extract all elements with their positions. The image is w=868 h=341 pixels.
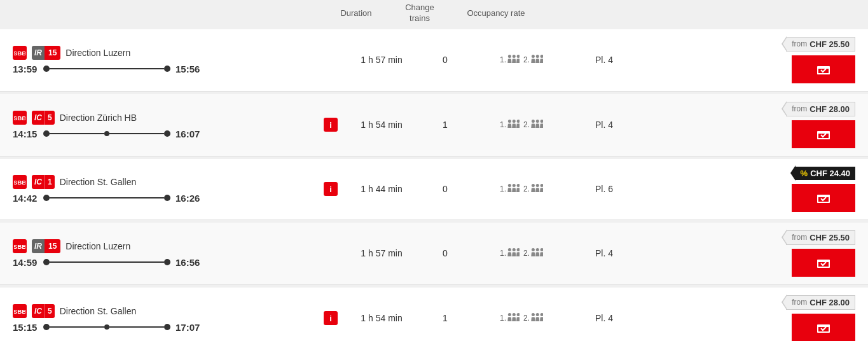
journey-row: SBB IC 5 Direction St. Gallen 15:15 17:0… bbox=[0, 288, 868, 341]
arr-dot bbox=[164, 195, 170, 201]
price-value: CHF 25.50 bbox=[809, 39, 850, 49]
direction-text: Direction St. Gallen bbox=[60, 306, 137, 316]
time-line bbox=[43, 195, 170, 201]
arrival-time: 15:56 bbox=[176, 64, 201, 74]
occupancy-inner: 1. 2. bbox=[471, 54, 572, 66]
svg-point-6 bbox=[536, 55, 539, 58]
header-row: Duration Changetrains Occupancy rate bbox=[0, 0, 868, 29]
svg-point-46 bbox=[508, 313, 511, 316]
journey-info-icon: i bbox=[318, 118, 343, 132]
journey-platform: Pl. 6 bbox=[572, 184, 636, 194]
sbb-icon: SBB bbox=[13, 46, 27, 60]
sbb-icon: SBB bbox=[13, 175, 27, 189]
price-value: CHF 25.50 bbox=[809, 233, 850, 242]
train-badge-ic: IC 5 bbox=[32, 111, 55, 125]
svg-point-18 bbox=[541, 120, 543, 123]
occupancy-class1: 1. bbox=[500, 119, 520, 130]
occupancy-inner: 1. 2. bbox=[471, 247, 572, 259]
journey-duration: 1 h 44 min bbox=[343, 184, 420, 194]
from-label: from bbox=[792, 104, 807, 113]
class1-label: 1. bbox=[500, 249, 506, 258]
occupancy-class2: 2. bbox=[523, 312, 543, 324]
price-tag: from CHF 25.50 bbox=[786, 37, 855, 52]
departure-time: 15:15 bbox=[13, 322, 38, 333]
price-value: CHF 24.40 bbox=[810, 169, 850, 178]
dep-dot bbox=[43, 324, 50, 330]
svg-point-27 bbox=[532, 184, 535, 187]
time-row: 13:59 15:56 bbox=[13, 64, 318, 74]
journey-occupancy: 1. 2. bbox=[471, 312, 572, 324]
occupancy-class2: 2. bbox=[523, 183, 543, 195]
train-badge-ir: IR 15 bbox=[32, 239, 60, 253]
journey-occupancy: 1. 2. bbox=[471, 247, 572, 259]
journey-right: from CHF 28.00 bbox=[636, 102, 855, 148]
journey-right: % CHF 24.40 bbox=[636, 167, 855, 212]
journey-duration: 1 h 57 min bbox=[343, 248, 420, 258]
arr-dot bbox=[164, 130, 170, 137]
svg-rect-10 bbox=[817, 67, 830, 69]
journey-row: SBB IR 15 Direction Luzern 13:59 15:56 bbox=[0, 29, 868, 92]
occupancy-class1: 1. bbox=[500, 183, 520, 195]
class1-label: 1. bbox=[500, 120, 506, 129]
info-icon: i bbox=[324, 311, 338, 325]
journey-right: from CHF 25.50 bbox=[636, 230, 855, 277]
direction-text: Direction St. Gallen bbox=[60, 177, 137, 187]
train-number-label: 5 bbox=[45, 304, 55, 318]
train-type-label: IR bbox=[32, 239, 45, 253]
journey-occupancy: 1. 2. bbox=[471, 54, 572, 66]
class1-label: 1. bbox=[500, 184, 506, 193]
journey-info-icon: i bbox=[318, 182, 343, 196]
buy-button[interactable] bbox=[792, 120, 855, 148]
header-duration: Duration bbox=[318, 8, 394, 18]
journey-right: from CHF 25.50 bbox=[636, 37, 855, 83]
svg-point-16 bbox=[532, 120, 535, 123]
journey-right: from CHF 28.00 bbox=[636, 295, 855, 341]
from-label: from bbox=[792, 298, 807, 307]
svg-point-40 bbox=[541, 248, 543, 251]
journey-row: SBB IC 5 Direction Zürich HB 14:15 16:07 bbox=[0, 94, 868, 157]
sbb-icon: SBB bbox=[13, 239, 27, 253]
dep-dot bbox=[43, 259, 50, 265]
mid-dot bbox=[104, 131, 109, 136]
arrival-time: 16:56 bbox=[176, 257, 201, 268]
occupancy-class1: 1. bbox=[500, 247, 520, 259]
buy-button[interactable] bbox=[792, 184, 855, 212]
svg-point-7 bbox=[541, 55, 543, 58]
price-tag: from CHF 28.00 bbox=[786, 102, 855, 116]
journey-list: SBB IR 15 Direction Luzern 13:59 15:56 bbox=[0, 29, 868, 341]
discount-pct: % bbox=[801, 169, 808, 178]
line-seg bbox=[50, 197, 164, 198]
buy-button[interactable] bbox=[792, 249, 855, 277]
time-line bbox=[43, 259, 170, 265]
svg-point-49 bbox=[532, 313, 535, 316]
svg-point-24 bbox=[508, 184, 511, 187]
svg-text:SBB: SBB bbox=[14, 179, 25, 186]
occupancy-class1: 1. bbox=[500, 312, 520, 324]
time-line bbox=[43, 130, 170, 137]
svg-point-38 bbox=[532, 248, 535, 251]
class1-label: 1. bbox=[500, 314, 506, 323]
sbb-icon: SBB bbox=[13, 111, 27, 125]
direction-text: Direction Zürich HB bbox=[60, 113, 137, 123]
buy-button[interactable] bbox=[792, 314, 855, 341]
occupancy-inner: 1. 2. bbox=[471, 119, 572, 130]
train-line-row: SBB IC 5 Direction St. Gallen bbox=[13, 304, 318, 318]
buy-button[interactable] bbox=[792, 55, 855, 83]
header-change: Changetrains bbox=[394, 3, 445, 24]
svg-point-48 bbox=[517, 313, 520, 316]
occupancy-class2: 2. bbox=[523, 247, 543, 259]
journey-info-icon: i bbox=[318, 311, 343, 325]
train-type-label: IC bbox=[32, 175, 45, 189]
journey-row: SBB IR 15 Direction Luzern 14:59 16:56 bbox=[0, 223, 868, 285]
svg-point-39 bbox=[536, 248, 539, 251]
svg-point-14 bbox=[513, 120, 516, 123]
svg-rect-32 bbox=[817, 196, 830, 197]
class2-label: 2. bbox=[523, 55, 530, 64]
svg-point-47 bbox=[513, 313, 516, 316]
info-icon: i bbox=[324, 118, 338, 132]
arr-dot bbox=[164, 259, 170, 265]
svg-point-29 bbox=[541, 184, 543, 187]
svg-text:SBB: SBB bbox=[14, 308, 25, 315]
svg-rect-21 bbox=[817, 132, 830, 134]
svg-point-3 bbox=[513, 55, 516, 58]
